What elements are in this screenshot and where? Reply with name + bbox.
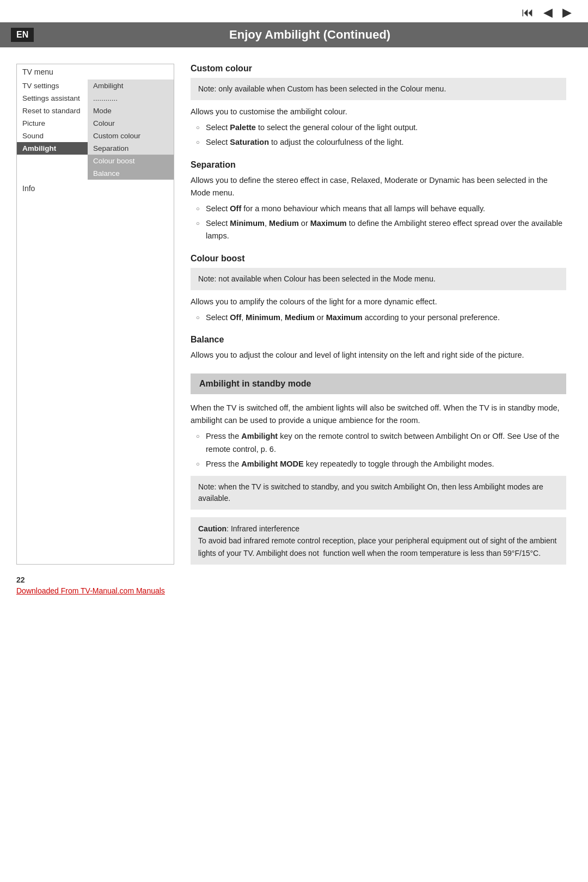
menu-row-balance[interactable]: Balance bbox=[17, 167, 174, 180]
page-number: 22 bbox=[16, 575, 572, 584]
heading-custom-colour: Custom colour bbox=[191, 64, 566, 74]
menu-left-sound: Sound bbox=[17, 130, 88, 142]
bullet-saturation: Select Saturation to adjust the colourfu… bbox=[196, 136, 566, 149]
menu-right-mode: Mode bbox=[88, 105, 174, 117]
menu-info[interactable]: Info bbox=[17, 180, 174, 197]
caution-text: To avoid bad infrared remote control rec… bbox=[198, 536, 556, 557]
menu-left-tv-settings: TV settings bbox=[17, 79, 88, 92]
menu-right-colour: Colour bbox=[88, 117, 174, 130]
body-separation: Allows you to define the stereo effect i… bbox=[191, 174, 566, 199]
heading-balance: Balance bbox=[191, 335, 566, 345]
menu-right-colour-boost: Colour boost bbox=[88, 155, 174, 167]
nav-left-icon[interactable]: ◀ bbox=[543, 5, 553, 20]
menu-row-tv-settings[interactable]: TV settings Ambilight bbox=[17, 79, 174, 92]
page-title: Enjoy Ambilight (Continued) bbox=[42, 28, 577, 42]
menu-left-picture: Picture bbox=[17, 117, 88, 130]
bullet-palette: Select Palette to select the general col… bbox=[196, 121, 566, 134]
footer-link[interactable]: Downloaded From TV-Manual.com Manuals bbox=[16, 586, 165, 595]
menu-left-settings-assistant: Settings assistant bbox=[17, 92, 88, 105]
footer: 22 Downloaded From TV-Manual.com Manuals bbox=[0, 565, 588, 601]
menu-right-dots: ............ bbox=[88, 92, 174, 105]
body-balance: Allows you to adjust the colour and leve… bbox=[191, 349, 566, 362]
menu-left-ambilight: Ambilight bbox=[17, 142, 88, 155]
bullet-off-mono: Select Off for a mono behaviour which me… bbox=[196, 203, 566, 215]
menu-row-picture[interactable]: Picture Colour bbox=[17, 117, 174, 130]
menu-row-reset[interactable]: Reset to standard Mode bbox=[17, 105, 174, 117]
note-colour-boost: Note: not available when Colour has been… bbox=[191, 268, 566, 290]
menu-row-colour-boost[interactable]: Colour boost bbox=[17, 155, 174, 167]
body-colour-boost: Allows you to amplify the colours of the… bbox=[191, 296, 566, 308]
body-standby: When the TV is switched off, the ambient… bbox=[191, 402, 566, 427]
header-bar: EN Enjoy Ambilight (Continued) bbox=[0, 22, 588, 47]
menu-right-ambilight: Ambilight bbox=[88, 79, 174, 92]
main-content: TV menu TV settings Ambilight Settings a… bbox=[0, 64, 588, 565]
menu-right-custom-colour: Custom colour bbox=[88, 130, 174, 142]
bullets-standby: Press the Ambilight key on the remote co… bbox=[196, 430, 566, 470]
tv-menu-title: TV menu bbox=[17, 64, 174, 79]
tv-menu: TV menu TV settings Ambilight Settings a… bbox=[16, 64, 174, 565]
top-navigation: ⏮ ◀ ▶ bbox=[0, 0, 588, 22]
caution-label: Caution: Infrared interference bbox=[198, 524, 299, 533]
bullets-separation: Select Off for a mono behaviour which me… bbox=[196, 203, 566, 243]
menu-right-separation: Separation bbox=[88, 142, 174, 155]
menu-row-settings-assistant[interactable]: Settings assistant ............ bbox=[17, 92, 174, 105]
bullet-min-med-max-separation: Select Minimum, Medium or Maximum to def… bbox=[196, 217, 566, 242]
menu-row-sound[interactable]: Sound Custom colour bbox=[17, 130, 174, 142]
bullets-custom-colour: Select Palette to select the general col… bbox=[196, 121, 566, 149]
language-badge: EN bbox=[11, 28, 34, 42]
heading-separation: Separation bbox=[191, 160, 566, 170]
heading-colour-boost: Colour boost bbox=[191, 254, 566, 264]
note-custom-colour: Note: only available when Custom has bee… bbox=[191, 78, 566, 100]
bullet-ambilight-mode-key: Press the Ambilight MODE key repeatedly … bbox=[196, 458, 566, 470]
bullet-off-min-med-max: Select Off, Minimum, Medium or Maximum a… bbox=[196, 311, 566, 324]
bullets-colour-boost: Select Off, Minimum, Medium or Maximum a… bbox=[196, 311, 566, 324]
menu-right-balance: Balance bbox=[88, 167, 174, 180]
menu-left-empty2 bbox=[17, 167, 88, 180]
bullet-ambilight-key: Press the Ambilight key on the remote co… bbox=[196, 430, 566, 455]
menu-row-ambilight[interactable]: Ambilight Separation bbox=[17, 142, 174, 155]
note-standby: Note: when the TV is switched to standby… bbox=[191, 476, 566, 510]
menu-left-empty1 bbox=[17, 155, 88, 167]
body-custom-colour: Allows you to customise the ambilight co… bbox=[191, 106, 566, 118]
prev-track-icon[interactable]: ⏮ bbox=[522, 5, 534, 20]
nav-right-icon[interactable]: ▶ bbox=[562, 5, 572, 20]
right-content: Custom colour Note: only available when … bbox=[191, 64, 572, 565]
caution-box: Caution: Infrared interference To avoid … bbox=[191, 517, 566, 565]
menu-left-reset: Reset to standard bbox=[17, 105, 88, 117]
standby-header: Ambilight in standby mode bbox=[191, 373, 566, 394]
